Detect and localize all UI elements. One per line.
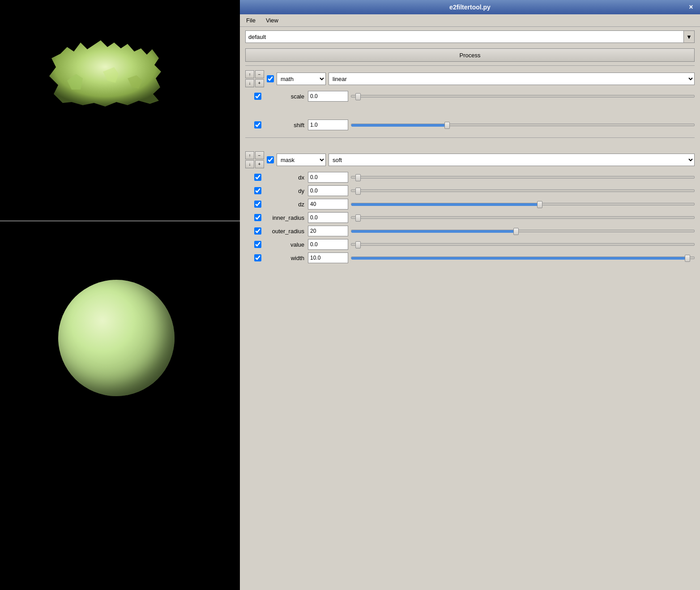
- filter1-scale-slider[interactable]: [351, 95, 695, 98]
- filter2-inner-radius-label: inner_radius: [264, 214, 304, 221]
- filter1-scale-input[interactable]: [308, 91, 348, 102]
- filter2-value-slider[interactable]: [351, 243, 695, 246]
- filter2-dx-input[interactable]: [308, 172, 348, 183]
- viewport-bottom[interactable]: [0, 222, 240, 589]
- filter1-shift-checkbox[interactable]: [254, 121, 261, 128]
- filter2-outer-radius-slider[interactable]: [351, 230, 695, 232]
- filter1-move-buttons: ↑ − ↓ +: [245, 70, 264, 87]
- filter1-scale-slider-container[interactable]: [351, 92, 695, 101]
- main-dropdown-row: default ▼: [240, 27, 700, 47]
- filter2-section: ↑ − ↓ + mask math soft linear dx: [240, 147, 700, 270]
- filter2-inner-radius-checkbox[interactable]: [254, 214, 261, 221]
- filter1-section: ↑ − ↓ + math mask linear soft scale: [240, 66, 700, 137]
- filter2-value-slider-container[interactable]: [351, 240, 695, 249]
- filter1-shift-slider[interactable]: [351, 124, 695, 126]
- filter1-header: ↑ − ↓ + math mask linear soft: [245, 70, 695, 87]
- window-title: e2filtertool.py: [449, 4, 491, 11]
- filter1-shift-row: shift: [245, 120, 695, 130]
- filter2-value-row: value: [245, 239, 695, 250]
- viewport-top[interactable]: [0, 0, 240, 222]
- filter2-inner-radius-slider[interactable]: [351, 216, 695, 219]
- filter2-dy-checkbox[interactable]: [254, 187, 261, 194]
- filter2-dy-row: dy: [245, 185, 695, 196]
- filter2-move-up[interactable]: ↑: [245, 151, 254, 159]
- filter2-value-input[interactable]: [308, 239, 348, 250]
- filter2-value-label: value: [264, 241, 304, 248]
- filter1-shift-label: shift: [264, 122, 304, 128]
- process-button[interactable]: Process: [245, 48, 695, 62]
- menu-bar: File View: [240, 14, 700, 27]
- filter2-width-row: width: [245, 252, 695, 263]
- filter2-move-minus[interactable]: −: [255, 151, 264, 159]
- filter2-outer-radius-row: outer_radius: [245, 226, 695, 236]
- filter2-width-slider[interactable]: [351, 257, 695, 259]
- menu-file[interactable]: File: [244, 16, 257, 25]
- filter2-dx-checkbox[interactable]: [254, 174, 261, 181]
- filter2-dz-slider-container[interactable]: [351, 200, 695, 209]
- filter2-width-input[interactable]: [308, 252, 348, 263]
- filter2-dy-input[interactable]: [308, 185, 348, 196]
- filter2-inner-radius-input[interactable]: [308, 212, 348, 223]
- filter2-outer-radius-checkbox[interactable]: [254, 227, 261, 235]
- filter2-dy-slider[interactable]: [351, 189, 695, 192]
- filter1-shift-slider-container[interactable]: [351, 120, 695, 129]
- filter2-dz-row: dz: [245, 199, 695, 209]
- filter2-width-slider-container[interactable]: [351, 253, 695, 262]
- filter1-scale-label: scale: [264, 93, 304, 100]
- filter2-dx-row: dx: [245, 172, 695, 183]
- dropdown-arrow-button[interactable]: ▼: [684, 30, 695, 43]
- filter2-outer-radius-label: outer_radius: [264, 228, 304, 235]
- separator-2: [245, 137, 695, 138]
- filter2-dx-label: dx: [264, 174, 304, 181]
- filter2-dz-input[interactable]: [308, 199, 348, 209]
- left-panel: [0, 0, 240, 590]
- close-button[interactable]: ×: [687, 3, 696, 12]
- filter1-type-select[interactable]: math mask: [277, 73, 326, 85]
- filter1-scale-row: scale: [245, 91, 695, 102]
- filter1-move-plus[interactable]: +: [255, 79, 264, 87]
- filter1-subtype-select[interactable]: linear soft: [329, 73, 695, 85]
- rocky-shape-3d: [45, 36, 170, 107]
- filter2-inner-radius-slider-container[interactable]: [351, 213, 695, 222]
- filter2-header: ↑ − ↓ + mask math soft linear: [245, 151, 695, 168]
- main-dropdown[interactable]: default: [245, 30, 684, 43]
- filter2-type-select[interactable]: mask math: [277, 154, 326, 166]
- filter2-width-checkbox[interactable]: [254, 254, 261, 261]
- filter1-move-down[interactable]: ↓: [245, 79, 254, 87]
- filter2-outer-radius-slider-container[interactable]: [351, 227, 695, 235]
- right-panel: e2filtertool.py × File View default ▼ Pr…: [240, 0, 700, 590]
- filter1-scale-checkbox[interactable]: [254, 93, 261, 100]
- filter1-shift-input[interactable]: [308, 120, 348, 130]
- filter2-inner-radius-row: inner_radius: [245, 212, 695, 223]
- filter2-checkbox[interactable]: [267, 156, 274, 163]
- filter1-move-minus[interactable]: −: [255, 70, 264, 78]
- filter2-dz-label: dz: [264, 201, 304, 208]
- filter2-subtype-select[interactable]: soft linear: [329, 154, 695, 166]
- filter2-dy-label: dy: [264, 188, 304, 194]
- filter2-move-plus[interactable]: +: [255, 160, 264, 168]
- filter2-move-buttons: ↑ − ↓ +: [245, 151, 264, 168]
- filter2-dz-checkbox[interactable]: [254, 201, 261, 208]
- filter1-move-up[interactable]: ↑: [245, 70, 254, 78]
- filter2-width-label: width: [264, 255, 304, 261]
- sphere-container: [58, 280, 175, 396]
- filter1-checkbox[interactable]: [267, 75, 274, 82]
- filter2-move-down[interactable]: ↓: [245, 160, 254, 168]
- filter2-dy-slider-container[interactable]: [351, 186, 695, 195]
- filter2-dx-slider-container[interactable]: [351, 173, 695, 182]
- filter2-dz-slider[interactable]: [351, 203, 695, 205]
- menu-view[interactable]: View: [264, 16, 280, 25]
- process-btn-row: Process: [240, 47, 700, 65]
- filter2-outer-radius-input[interactable]: [308, 226, 348, 236]
- filter2-dx-slider[interactable]: [351, 176, 695, 179]
- filter2-value-checkbox[interactable]: [254, 241, 261, 248]
- sphere-3d: [58, 280, 175, 396]
- title-bar: e2filtertool.py ×: [240, 0, 700, 14]
